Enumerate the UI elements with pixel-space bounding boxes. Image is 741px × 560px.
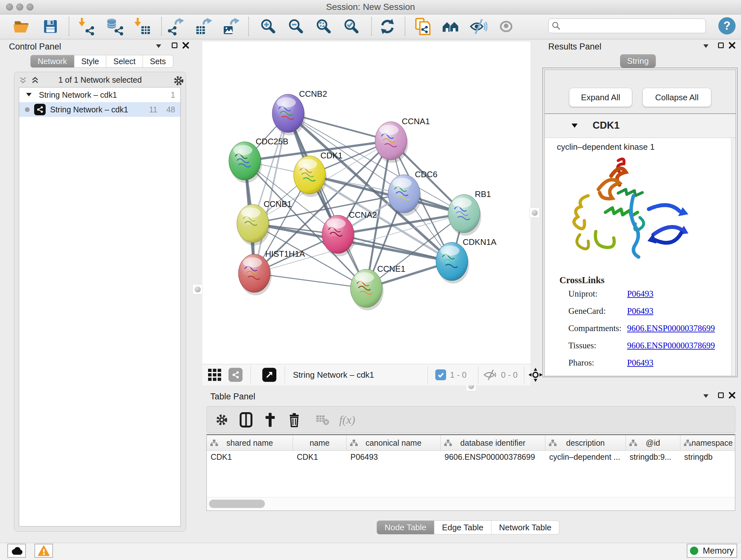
crosslink-link[interactable]: 9606.ENSP00000378699 <box>627 341 715 350</box>
apply-layout-button[interactable] <box>377 16 398 37</box>
tab-node-table[interactable]: Node Table <box>377 520 434 535</box>
control-panel-close-icon[interactable] <box>183 42 189 49</box>
memory-button[interactable]: Memory <box>687 544 737 558</box>
scrollbar-thumb[interactable] <box>209 500 265 508</box>
control-panel-float-button[interactable] <box>172 43 178 48</box>
column-header-namespace[interactable]: namespace <box>680 435 735 450</box>
function-builder-button[interactable]: f(x) <box>334 412 360 428</box>
help-button[interactable]: ? <box>718 17 736 35</box>
fit-content-crosshair-icon[interactable] <box>529 368 542 382</box>
network-node-CCNA2[interactable] <box>322 215 354 253</box>
string-network-badge[interactable] <box>228 368 243 382</box>
network-node-CDK1[interactable] <box>293 156 326 194</box>
selected-nodes-checkbox[interactable] <box>435 369 446 380</box>
network-node-CCNA1[interactable] <box>375 122 407 160</box>
network-node-CCNB1[interactable] <box>237 204 269 243</box>
network-node-CDC25B[interactable] <box>229 142 261 180</box>
tab-string[interactable]: String <box>620 54 656 68</box>
table-options-button[interactable] <box>213 412 230 428</box>
show-columns-button[interactable] <box>238 412 254 428</box>
hidden-eye-icon[interactable] <box>483 369 497 381</box>
table-panel-menu-caret[interactable] <box>703 394 709 398</box>
column-header-shared-name[interactable]: shared name <box>207 435 293 450</box>
cloud-status-button[interactable] <box>7 544 26 558</box>
show-selected-button[interactable] <box>496 16 516 37</box>
network-node-RB1[interactable] <box>448 194 480 233</box>
crosslink-link[interactable]: P06493 <box>627 306 654 316</box>
open-session-button[interactable] <box>11 16 32 37</box>
tree-expander-icon[interactable] <box>26 93 32 97</box>
tab-style[interactable]: Style <box>74 55 107 68</box>
zoom-in-button[interactable] <box>258 16 279 37</box>
result-card-header[interactable]: CDK1 <box>545 114 736 138</box>
column-header--id[interactable]: @id <box>626 435 680 450</box>
table-row[interactable]: CDK1CDK1P064939606.ENSP00000378699cyclin… <box>207 451 735 464</box>
network-node-CDKN1A[interactable] <box>436 242 468 281</box>
network-node-CCNB2[interactable] <box>272 94 304 132</box>
collapse-all-button[interactable]: Collapse All <box>643 88 711 107</box>
control-panel-menu-caret[interactable] <box>156 44 162 48</box>
crosslink-link[interactable]: P06493 <box>627 358 654 368</box>
card-expander-icon[interactable] <box>571 124 578 128</box>
network-canvas[interactable]: CCNB2CCNA1CDC25BCDK1CDC6RB1CCNB1CCNA2CDK… <box>202 42 530 364</box>
table-horizontal-scrollbar[interactable] <box>207 497 735 510</box>
table-panel-float-button[interactable] <box>718 392 724 398</box>
network-edge[interactable] <box>288 113 366 288</box>
delete-table-icon <box>316 414 330 426</box>
show-all-panels-button[interactable] <box>441 16 461 37</box>
hidden-count: 0 - 0 <box>501 364 518 385</box>
network-options-gear-icon[interactable] <box>173 75 185 87</box>
zoom-selected-button[interactable] <box>341 16 362 37</box>
network-node-HIST1H1A[interactable] <box>239 254 270 293</box>
zoom-fit-button[interactable] <box>314 16 334 37</box>
node-table: shared namenamecanonical namedatabase id… <box>206 434 735 511</box>
results-panel-float-button[interactable] <box>718 43 724 48</box>
control-panel-tabs: NetworkStyleSelectSets <box>30 55 173 68</box>
search-box <box>548 18 706 33</box>
hide-selected-button[interactable] <box>468 16 488 37</box>
network-node-CCNE1[interactable] <box>350 269 382 307</box>
export-image-button[interactable] <box>221 16 242 37</box>
tab-edge-table[interactable]: Edge Table <box>434 520 491 535</box>
export-network-button[interactable] <box>166 16 186 37</box>
crosslink-link[interactable]: P06493 <box>627 289 654 299</box>
import-network-button[interactable] <box>76 16 97 37</box>
search-icon <box>552 21 561 30</box>
zoom-out-button[interactable] <box>286 16 307 37</box>
warnings-button[interactable] <box>35 544 53 558</box>
create-column-button[interactable] <box>262 412 278 428</box>
right-splitter-handle[interactable] <box>529 207 540 218</box>
column-header-database-identifier[interactable]: database identifier <box>441 435 545 450</box>
network-row-selected[interactable]: String Network – cdk1 11 48 <box>19 102 180 117</box>
warning-icon <box>38 545 50 556</box>
table-panel-title: Table Panel <box>210 392 255 401</box>
delete-column-button[interactable] <box>286 412 302 428</box>
import-table-button[interactable] <box>132 16 152 37</box>
search-input[interactable] <box>563 21 702 31</box>
import-network-from-database-button[interactable] <box>104 16 125 37</box>
table-panel-close-icon[interactable] <box>729 392 735 398</box>
tab-select[interactable]: Select <box>106 55 143 68</box>
grid-view-icon[interactable] <box>208 369 223 381</box>
column-header-canonical-name[interactable]: canonical name <box>347 435 441 450</box>
left-splitter-handle[interactable] <box>192 284 203 294</box>
export-table-button[interactable] <box>194 16 214 37</box>
network-collection-row[interactable]: String Network – cdk1 1 <box>19 87 180 102</box>
column-label: canonical name <box>365 438 421 448</box>
birds-eye-view-button[interactable] <box>262 368 276 382</box>
network-graph[interactable]: CCNB2CCNA1CDC25BCDK1CDC6RB1CCNB1CCNA2CDK… <box>202 42 530 364</box>
results-panel-menu-caret[interactable] <box>703 44 709 48</box>
tab-network-table[interactable]: Network Table <box>491 520 559 535</box>
results-panel-close-icon[interactable] <box>729 42 735 49</box>
tab-network[interactable]: Network <box>30 55 74 68</box>
network-node-CDC6[interactable] <box>388 175 420 213</box>
crosslink-link[interactable]: 9606.ENSP00000378699 <box>627 323 715 333</box>
tab-sets[interactable]: Sets <box>143 55 173 68</box>
column-header-description[interactable]: description <box>545 435 626 450</box>
clone-network-button[interactable] <box>412 16 433 37</box>
results-scrollbar[interactable] <box>731 138 736 375</box>
save-session-button[interactable] <box>40 16 61 37</box>
expand-all-button[interactable]: Expand All <box>569 88 632 107</box>
delete-table-button[interactable] <box>314 412 331 428</box>
column-header-name[interactable]: name <box>293 435 347 450</box>
